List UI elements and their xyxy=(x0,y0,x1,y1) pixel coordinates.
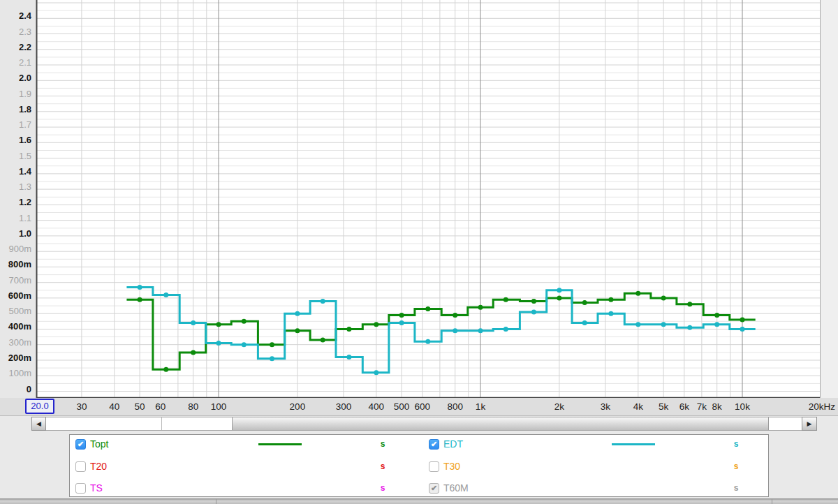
bottom-scrollbar-divider xyxy=(772,498,772,504)
x-axis-tick-label: 500 xyxy=(394,398,410,416)
bottom-scrollbar-sliver[interactable] xyxy=(0,498,838,504)
legend-label-t30: T30 xyxy=(443,461,460,472)
x-axis-tick-label: 40 xyxy=(109,398,119,416)
x-axis-tick-label: 1k xyxy=(476,398,485,416)
x-axis-tick-label: 5k xyxy=(659,398,668,416)
legend-unit-topt: s xyxy=(378,439,388,450)
legend-unit-edt: s xyxy=(731,439,741,450)
x-axis-tick-label: 400 xyxy=(369,398,385,416)
scrollbar-thumb[interactable] xyxy=(232,417,769,430)
legend-unit-t60m: s xyxy=(731,483,741,494)
scrollbar-track[interactable] xyxy=(46,417,802,431)
legend-unit-ts: s xyxy=(378,483,388,494)
x-axis-tick-label: 60 xyxy=(155,398,166,416)
rt60-measurement-window: 2.42.32.22.12.01.91.81.71.61.51.41.31.21… xyxy=(0,0,838,504)
plot-area[interactable] xyxy=(0,0,838,398)
x-axis-tick-label: 8k xyxy=(712,398,722,416)
x-axis-tick-label: 10k xyxy=(735,398,750,416)
x-axis-tick-label: 80 xyxy=(188,398,198,416)
plot-right-margin xyxy=(821,0,838,398)
x-axis-tick-label: 4k xyxy=(633,398,643,416)
x-axis-tick-label: 20kHz xyxy=(809,398,835,416)
x-axis-tick-label: 200 xyxy=(290,398,306,416)
scrollbar-divider xyxy=(161,417,162,430)
rt60-chart: 2.42.32.22.12.01.91.81.71.61.51.41.31.21… xyxy=(0,0,838,398)
legend-unit-t20: s xyxy=(378,461,388,472)
legend-unit-t30: s xyxy=(731,461,741,472)
x-axis-tick-label: 100 xyxy=(211,398,227,416)
x-axis-tick-label: 600 xyxy=(415,398,431,416)
legend-checkbox-t30[interactable] xyxy=(429,461,439,472)
x-axis-tick-label: 6k xyxy=(679,398,689,416)
x-axis-tick-label: 30 xyxy=(76,398,87,416)
legend-checkbox-edt[interactable]: ✔ xyxy=(429,439,439,450)
x-axis-start-field[interactable]: 20.0 xyxy=(25,399,54,414)
legend-line-sample-topt xyxy=(258,443,302,445)
scroll-right-arrow-icon: ▶ xyxy=(807,420,812,427)
scroll-left-button[interactable]: ◀ xyxy=(31,417,46,431)
legend-label-t20: T20 xyxy=(90,461,107,472)
legend-checkbox-t60m[interactable]: ✔ xyxy=(429,483,439,494)
x-axis-tick-label: 3k xyxy=(601,398,610,416)
x-axis: 20.0 30405060801002003004005006008001k2k… xyxy=(0,398,838,416)
x-axis-tick-label: 2k xyxy=(554,398,564,416)
legend-label-edt: EDT xyxy=(443,439,463,450)
legend-label-t60m: T60M xyxy=(443,483,469,494)
x-axis-tick-label: 50 xyxy=(135,398,145,416)
legend-line-sample-edt xyxy=(612,443,655,445)
horizontal-scrollbar: ◀ ▶ xyxy=(0,417,838,431)
legend-checkbox-t20[interactable] xyxy=(75,461,86,472)
legend-label-ts: TS xyxy=(90,483,103,494)
scroll-right-button[interactable]: ▶ xyxy=(802,417,817,431)
legend-label-topt: Topt xyxy=(90,439,108,450)
legend-checkbox-topt[interactable]: ✔ xyxy=(75,439,86,450)
x-axis-tick-label: 800 xyxy=(447,398,463,416)
x-axis-tick-label: 300 xyxy=(336,398,352,416)
bottom-scrollbar-divider xyxy=(216,498,216,504)
x-axis-tick-label: 7k xyxy=(697,398,707,416)
legend-checkbox-ts[interactable] xyxy=(75,483,86,494)
scroll-left-arrow-icon: ◀ xyxy=(36,420,41,427)
legend-panel: ✔Topts✔EDTsT20sT30sTSs✔T60Ms xyxy=(69,434,769,497)
